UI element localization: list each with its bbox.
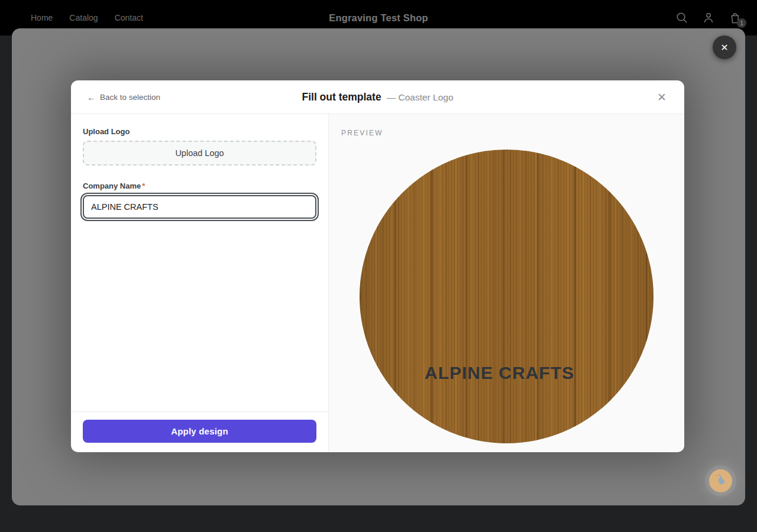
upload-logo-label: Upload Logo <box>83 127 316 136</box>
back-label: Back to selection <box>100 93 160 102</box>
back-arrow-icon: ← <box>87 93 96 102</box>
form-footer: Apply design <box>71 411 328 452</box>
back-to-selection-button[interactable]: ← Back to selection <box>85 93 160 102</box>
modal-close-icon[interactable]: ✕ <box>654 89 670 105</box>
modal-title-group: Fill out template — Coaster Logo <box>302 91 453 103</box>
upload-logo-button[interactable]: Upload Logo <box>83 141 316 166</box>
company-name-label: Company Name* <box>83 181 316 190</box>
pointer-hand-icon <box>714 473 727 488</box>
modal-subtitle: — Coaster Logo <box>387 92 454 103</box>
preview-label: PREVIEW <box>341 129 672 137</box>
modal-title: Fill out template <box>302 91 381 103</box>
required-asterisk: * <box>142 181 145 190</box>
template-form-pane: Upload Logo Upload Logo Company Name* Ap… <box>71 114 328 452</box>
company-name-input[interactable] <box>83 195 316 219</box>
overlay-close-button[interactable]: ✕ <box>713 35 736 59</box>
preview-pane: PREVIEW ALPINE CRAFTS <box>328 114 684 452</box>
engraving-text: ALPINE CRAFTS <box>425 363 574 383</box>
modal-body: Upload Logo Upload Logo Company Name* Ap… <box>71 114 684 452</box>
fill-template-modal: ← Back to selection Fill out template — … <box>71 80 684 452</box>
apply-design-button[interactable]: Apply design <box>83 420 316 443</box>
pointer-fab-button[interactable] <box>709 469 732 492</box>
modal-header: ← Back to selection Fill out template — … <box>71 80 684 114</box>
coaster-preview: ALPINE CRAFTS <box>360 150 654 443</box>
